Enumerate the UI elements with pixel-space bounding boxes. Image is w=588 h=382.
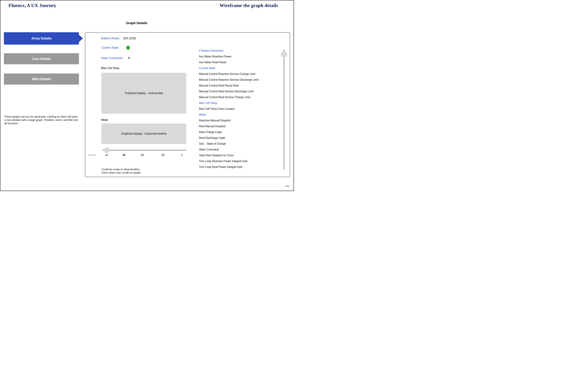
timeline-slider-track[interactable] bbox=[102, 150, 186, 150]
timeline-annotation: Could be a way to show timeline. Zoom wh… bbox=[102, 168, 141, 174]
array-details-button[interactable]: Array Details bbox=[4, 32, 79, 44]
metrics-list: # Nodes Connected Aux Meter Reactive Pow… bbox=[199, 48, 282, 170]
metric-list-item[interactable]: Real Discharge Capb bbox=[199, 135, 282, 141]
meter-graph-label: Meter bbox=[101, 118, 108, 122]
mdu-details-button[interactable]: MDU Details bbox=[4, 73, 79, 85]
timeline-slider-handle[interactable] bbox=[104, 147, 110, 153]
battery-racks-value: 102 (103) bbox=[123, 37, 136, 40]
metric-list-item[interactable]: Manual Control Real Service Charge Limit bbox=[199, 94, 282, 100]
metric-list-item[interactable]: Trim Loop Real Power Integral Gain bbox=[199, 164, 282, 170]
hours-axis-label: Hours bbox=[88, 153, 96, 157]
hours-tick: 10 bbox=[161, 153, 164, 157]
metric-list-item[interactable]: Aux Meter Reactive Power bbox=[199, 54, 282, 59]
metric-list-item[interactable]: Manual Control Reactive Service Charge L… bbox=[199, 71, 282, 77]
array-details-label: Array Details bbox=[31, 37, 52, 40]
metric-list-item[interactable]: Manual Control Reactive Service Discharg… bbox=[199, 77, 282, 83]
metric-list-item[interactable]: Total Real Dispatch to Cores bbox=[199, 152, 282, 158]
battery-racks-label: Battery Racks bbox=[101, 37, 119, 40]
metric-list-item[interactable]: Meter bbox=[199, 112, 282, 118]
hours-tick: 24 bbox=[141, 153, 144, 157]
metric-list-item[interactable]: State Command bbox=[199, 147, 282, 152]
metric-list-item[interactable]: Manual Control Real Service Discharge Li… bbox=[199, 88, 282, 94]
deck-title: Fluence, A UX Journey bbox=[8, 3, 56, 8]
slide-title: Wireframe the graph details bbox=[220, 3, 278, 8]
vertical-graph-placeholder-text: Graphical display - vertical data bbox=[125, 92, 163, 95]
quickview-annotation: These graphs are just for quickview. Cli… bbox=[4, 115, 79, 125]
next-slide-arrow-icon[interactable]: → bbox=[284, 182, 290, 188]
state-command-label: State Command bbox=[101, 56, 122, 60]
core-details-label: Core Details bbox=[32, 57, 51, 61]
max-cell-temp-graph-placeholder[interactable]: Graphical display - vertical data bbox=[102, 73, 186, 114]
metric-list-item[interactable]: Aux Meter Real Power bbox=[199, 59, 282, 65]
metric-list-item[interactable]: Trim Loop Reactive Power Integral Gain bbox=[199, 158, 282, 164]
state-command-value: 9 bbox=[128, 56, 130, 60]
hours-tick: 1 bbox=[181, 153, 183, 157]
metric-list-item[interactable]: # Nodes Connected bbox=[199, 48, 282, 54]
core-details-button[interactable]: Core Details bbox=[4, 53, 79, 64]
metric-list-item[interactable]: Current State bbox=[199, 65, 282, 71]
metrics-scrollbar-handle[interactable] bbox=[281, 51, 287, 58]
section-heading: Graph Details bbox=[126, 21, 147, 25]
wireframe-slide: Fluence, A UX Journey Wireframe the grap… bbox=[0, 0, 294, 191]
metric-list-item[interactable]: Real Charge Capb bbox=[199, 129, 282, 135]
green-status-dot-icon bbox=[126, 46, 130, 50]
current-state-label: Current State bbox=[101, 46, 119, 49]
metrics-scrollbar-track[interactable] bbox=[284, 49, 284, 169]
graph-details-panel: Battery Racks 102 (103) Current State St… bbox=[85, 32, 290, 177]
hours-tick: 48 bbox=[122, 153, 126, 157]
metric-list-item[interactable]: SoC - State of Charge bbox=[199, 141, 282, 147]
mdu-details-label: MDU Details bbox=[32, 77, 51, 81]
metric-list-item[interactable]: Manual Control Real Ramp Rate bbox=[199, 83, 282, 88]
metric-list-item[interactable]: Max Cell Temp bbox=[199, 100, 282, 106]
metric-list-item[interactable]: Real Manual Dispatch bbox=[199, 123, 282, 129]
horizontal-graph-placeholder-text: Graphical display - horizontal timeline bbox=[121, 132, 167, 135]
max-cell-temp-graph-label: Max Cell Temp bbox=[101, 67, 119, 70]
metric-list-item[interactable]: Reactive Manual Dispatch bbox=[199, 118, 282, 123]
meter-graph-placeholder[interactable]: Graphical display - horizontal timeline bbox=[102, 124, 186, 144]
hours-tick: xx bbox=[105, 153, 108, 157]
metric-list-item[interactable]: Max Cell Temp Core Location bbox=[199, 106, 282, 112]
